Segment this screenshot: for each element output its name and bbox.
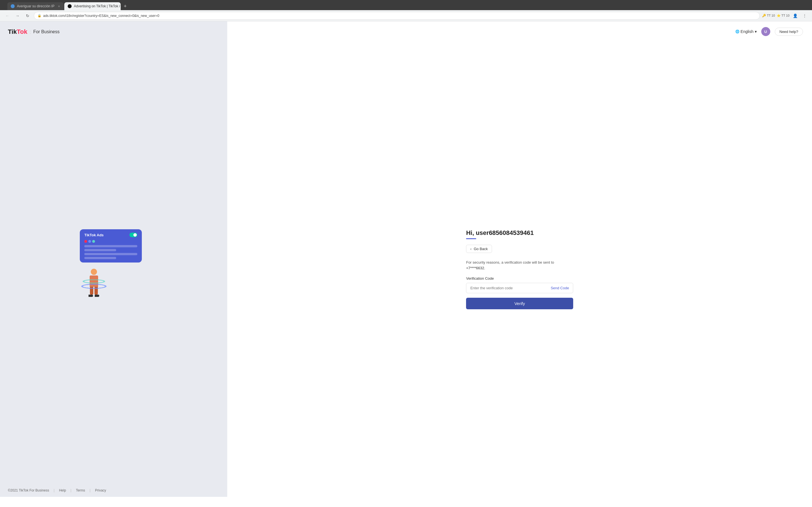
lock-icon: 🔒 [38, 14, 42, 17]
tab-2[interactable]: Advertising on TikTok | TikTok / ✕ [64, 2, 121, 10]
user-avatar: U [761, 27, 770, 36]
ads-card-title: TikTok Ads [84, 233, 103, 237]
ring-blue [81, 284, 107, 289]
content-line-3 [84, 253, 137, 255]
verification-code-input[interactable] [466, 283, 547, 293]
phone-number: +7****6632. [466, 266, 485, 270]
footer-sep-1: | [54, 489, 54, 492]
content-line-4 [84, 257, 116, 259]
chevron-left-icon: ‹ [470, 247, 471, 251]
footer-terms-link[interactable]: Terms [76, 489, 85, 492]
ads-card-header: TikTok Ads [84, 233, 137, 237]
footer-sep-3: | [90, 489, 91, 492]
browser-menu-button[interactable]: ⋮ [801, 12, 809, 20]
dot-red [84, 240, 87, 243]
dot-teal [92, 240, 95, 243]
logo-tiktok-text: TikTok [8, 28, 28, 36]
globe-icon: 🌐 [735, 30, 740, 34]
go-back-button[interactable]: ‹ Go Back [466, 245, 492, 253]
new-tab-button[interactable]: + [121, 2, 129, 10]
illustration-area: TikTok Ads [0, 42, 227, 484]
person-shoe-right [95, 295, 99, 297]
tab-1-close[interactable]: ✕ [57, 4, 61, 8]
logo-forbusiness-text: For Business [33, 29, 59, 34]
back-button[interactable]: ← [3, 12, 11, 20]
verification-code-label: Verification Code [466, 276, 573, 281]
content-line-2 [84, 249, 116, 251]
address-field[interactable]: 🔒 ads.tiktok.com/i18n/register?country=E… [34, 12, 760, 20]
verification-input-row: Send Code [466, 283, 573, 293]
footer-privacy-link[interactable]: Privacy [95, 489, 106, 492]
right-panel: 🌐 English ▾ U Need help? Hi, user6856084… [227, 21, 812, 497]
reload-button[interactable]: ↻ [24, 12, 32, 20]
person-shoe-left [89, 295, 93, 297]
greeting-text: Hi, user6856084539461 [466, 229, 573, 237]
ads-content-lines [84, 245, 137, 259]
tab-1-favicon [11, 4, 15, 8]
ads-dots [84, 240, 137, 243]
send-code-button[interactable]: Send Code [547, 283, 573, 293]
page: TikTok : For Business TikTok Ads [0, 21, 812, 497]
dot-blue [88, 240, 91, 243]
right-header: 🌐 English ▾ U Need help? [227, 21, 812, 42]
language-label: English [741, 29, 754, 34]
chevron-down-icon: ▾ [755, 29, 757, 34]
logo-divider: : [30, 29, 31, 35]
extension-2[interactable]: ⭐ TT 10 [777, 14, 790, 17]
tab-bar: Averiguar su dirección IP ✕ Advertising … [0, 0, 812, 10]
ring-teal [83, 279, 105, 284]
security-message: For security reasons, a verification cod… [466, 260, 554, 265]
form-container: Hi, user6856084539461 ‹ Go Back For secu… [466, 229, 573, 309]
language-selector[interactable]: 🌐 English ▾ [735, 29, 757, 34]
footer-help-link[interactable]: Help [59, 489, 66, 492]
tab-1[interactable]: Averiguar su dirección IP ✕ [7, 2, 64, 10]
person-shoes [86, 295, 102, 297]
left-panel: TikTok : For Business TikTok Ads [0, 21, 227, 497]
extension-1[interactable]: 🔑 TT 10 [762, 14, 775, 17]
tab-2-favicon [68, 4, 71, 8]
content-line-1 [84, 245, 137, 247]
browser-extensions: 🔑 TT 10 ⭐ TT 10 👤 ⋮ [762, 12, 809, 20]
ads-card: TikTok Ads [80, 229, 142, 263]
verify-button[interactable]: Verify [466, 298, 573, 309]
need-help-button[interactable]: Need help? [775, 27, 803, 36]
left-footer: ©2021 TikTok For Business | Help | Terms… [0, 484, 227, 497]
go-back-label: Go Back [474, 247, 488, 251]
security-text: For security reasons, a verification cod… [466, 260, 573, 271]
ads-illustration: TikTok Ads [77, 224, 150, 302]
copyright: ©2021 TikTok For Business [8, 489, 49, 492]
tab-1-title: Averiguar su dirección IP [17, 4, 54, 8]
logo-area: TikTok : For Business [0, 21, 227, 42]
forward-button[interactable]: → [13, 12, 21, 20]
user-profile-button[interactable]: 👤 [791, 12, 799, 20]
right-content: Hi, user6856084539461 ‹ Go Back For secu… [227, 42, 812, 497]
greeting-underline [466, 238, 476, 239]
ads-toggle [130, 233, 137, 237]
address-text: ads.tiktok.com/i18n/register?country=ES&… [43, 14, 756, 18]
logo: TikTok : For Business [8, 28, 219, 36]
person-head [91, 269, 97, 275]
footer-sep-2: | [70, 489, 71, 492]
address-bar-row: ← → ↻ 🔒 ads.tiktok.com/i18n/register?cou… [0, 10, 812, 21]
tab-2-title: Advertising on TikTok | TikTok / [74, 4, 120, 8]
